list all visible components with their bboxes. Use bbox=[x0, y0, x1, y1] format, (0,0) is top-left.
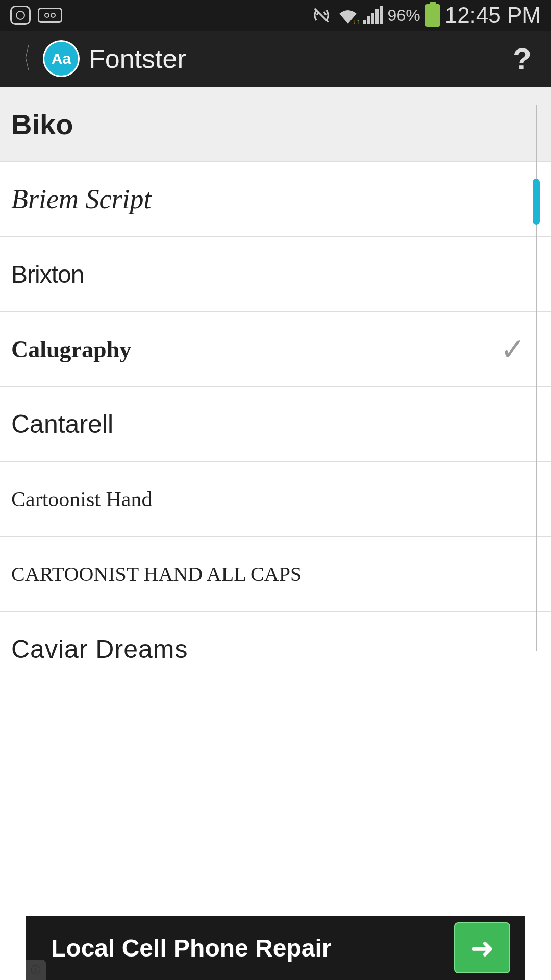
notification-icon bbox=[10, 6, 31, 25]
font-item-cartoonist-hand-caps[interactable]: CARTOONIST HAND ALL CAPS bbox=[0, 537, 551, 612]
voicemail-icon bbox=[38, 8, 62, 23]
font-name-label: Caviar Dreams bbox=[11, 634, 188, 664]
ad-info-icon[interactable]: ⓘ bbox=[26, 960, 46, 980]
font-item-biko[interactable]: Biko bbox=[0, 87, 551, 162]
font-name-label: Brixton bbox=[11, 260, 84, 288]
cell-signal-icon bbox=[363, 6, 383, 24]
font-name-label: Biko bbox=[11, 108, 73, 141]
ad-go-button[interactable]: ➜ bbox=[454, 922, 510, 973]
font-item-cartoonist-hand[interactable]: Cartoonist Hand bbox=[0, 462, 551, 537]
font-name-label: CARTOONIST HAND ALL CAPS bbox=[11, 562, 302, 586]
battery-percentage: 96% bbox=[388, 6, 420, 25]
vibrate-silent-icon bbox=[310, 5, 333, 26]
ad-text: Local Cell Phone Repair bbox=[41, 934, 454, 962]
app-title: Fontster bbox=[89, 43, 513, 74]
wifi-icon: ↓↑ bbox=[338, 6, 358, 24]
font-item-briem-script[interactable]: Briem Script bbox=[0, 162, 551, 237]
arrow-right-icon: ➜ bbox=[470, 932, 494, 965]
app-bar: 〈 Aa Fontster ? bbox=[0, 31, 551, 87]
help-button[interactable]: ? bbox=[513, 41, 532, 77]
checkmark-icon: ✓ bbox=[500, 331, 525, 367]
font-name-label: Briem Script bbox=[11, 183, 151, 215]
font-name-label: Calugraphy bbox=[11, 336, 131, 363]
font-item-calugraphy[interactable]: Calugraphy ✓ bbox=[0, 312, 551, 387]
status-indicators: ↓↑ 96% 12:45 PM bbox=[310, 3, 541, 28]
font-item-caviar-dreams[interactable]: Caviar Dreams bbox=[0, 612, 551, 687]
font-item-cantarell[interactable]: Cantarell bbox=[0, 387, 551, 462]
scrollbar-thumb[interactable] bbox=[533, 179, 540, 225]
back-button[interactable]: 〈 bbox=[16, 39, 31, 78]
font-name-label: Cartoonist Hand bbox=[11, 487, 152, 511]
status-notifications bbox=[10, 6, 62, 25]
font-list[interactable]: Biko Briem Script Brixton Calugraphy ✓ C… bbox=[0, 87, 551, 687]
font-item-brixton[interactable]: Brixton bbox=[0, 237, 551, 312]
ad-banner[interactable]: ⓘ Local Cell Phone Repair ➜ bbox=[26, 916, 525, 980]
status-bar: ↓↑ 96% 12:45 PM bbox=[0, 0, 551, 31]
data-arrows-icon: ↓↑ bbox=[353, 17, 360, 26]
battery-icon bbox=[425, 4, 440, 27]
font-name-label: Cantarell bbox=[11, 409, 113, 439]
app-logo[interactable]: Aa bbox=[43, 40, 80, 77]
status-clock: 12:45 PM bbox=[445, 3, 541, 28]
